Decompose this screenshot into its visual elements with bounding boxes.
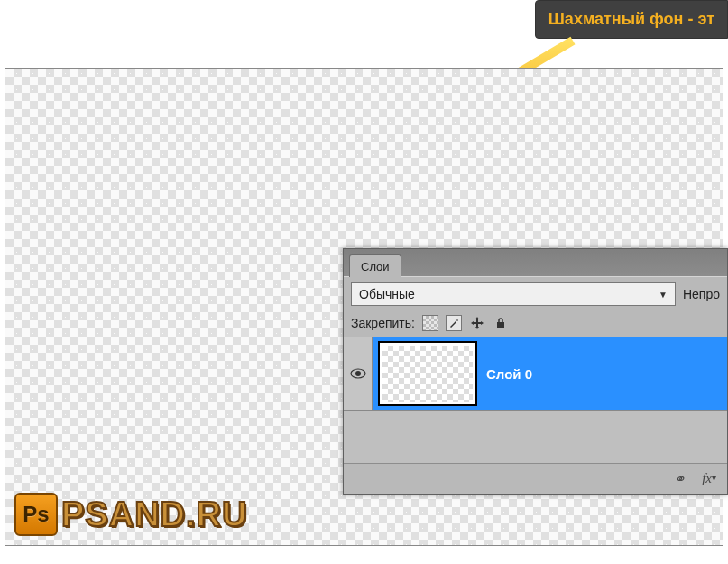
svg-point-4 [355, 371, 361, 376]
layer-list-empty-area[interactable] [344, 411, 727, 463]
blend-mode-value: Обычные [359, 287, 415, 301]
layer-row[interactable]: Слой 0 [344, 337, 727, 411]
link-layers-icon[interactable]: ⚭ [674, 471, 686, 487]
opacity-label: Непро [683, 287, 720, 301]
svg-rect-2 [497, 322, 504, 328]
annotation-tooltip: Шахматный фон - эт [535, 0, 728, 39]
panel-tab-bar: Слои [344, 249, 727, 276]
thumbnail-checker-icon [382, 346, 473, 402]
eye-icon [350, 368, 366, 379]
lock-all-icon[interactable] [493, 315, 509, 331]
panel-footer: ⚭ fx▾ [344, 463, 727, 494]
tab-layers[interactable]: Слои [349, 254, 401, 277]
lock-transparency-icon[interactable] [422, 315, 438, 331]
layer-name-label[interactable]: Слой 0 [486, 366, 532, 382]
layer-list: Слой 0 [344, 337, 727, 411]
watermark: Ps PSAND.RU [14, 493, 247, 536]
layer-thumbnail[interactable] [378, 341, 477, 406]
fx-dropdown-icon: ▾ [712, 473, 716, 483]
lock-label: Закрепить: [351, 316, 415, 330]
ps-logo-icon: Ps [14, 493, 58, 536]
blend-mode-select[interactable]: Обычные ▼ [351, 282, 676, 306]
visibility-toggle[interactable] [344, 337, 373, 410]
lock-brush-icon[interactable] [446, 315, 462, 331]
dropdown-triangle-icon: ▼ [659, 290, 668, 300]
watermark-text: PSAND.RU [61, 495, 247, 534]
layers-panel: Слои Обычные ▼ Непро Закрепить: [343, 248, 728, 495]
annotation-text: Шахматный фон - эт [548, 10, 714, 28]
lock-move-icon[interactable] [469, 315, 485, 331]
fx-button[interactable]: fx▾ [702, 471, 716, 486]
